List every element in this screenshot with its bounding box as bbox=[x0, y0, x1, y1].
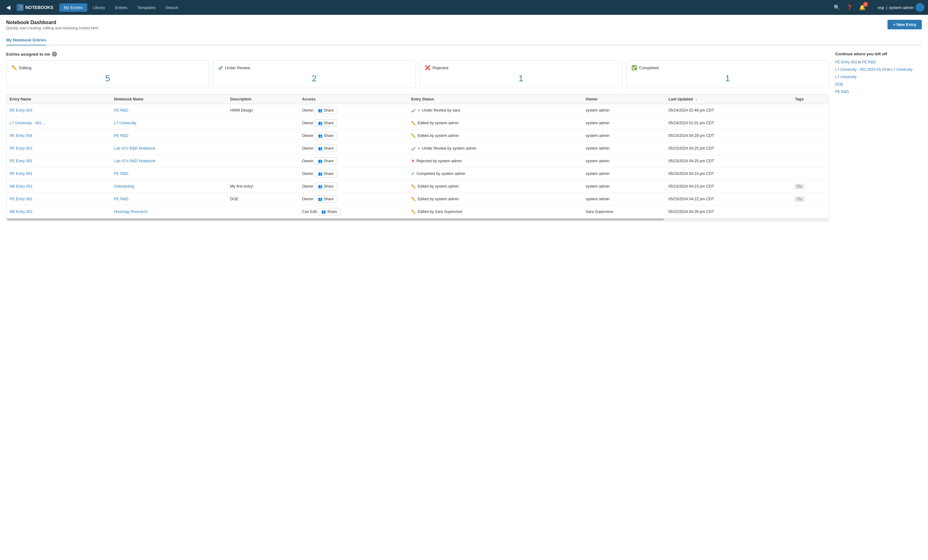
cell-owner: system admin bbox=[583, 104, 665, 117]
col-access: Access bbox=[299, 94, 408, 104]
status-text: Edited by Sara Supervisor bbox=[418, 210, 462, 214]
continue-notebook-link[interactable]: PE R&D bbox=[862, 60, 876, 64]
status-text: Edited by system admin bbox=[418, 121, 459, 125]
cell-access: Owner 👥 Share bbox=[299, 167, 408, 180]
col-notebook-name: Notebook Name bbox=[111, 94, 227, 104]
share-button[interactable]: 👥 Share bbox=[314, 183, 337, 190]
entry-name-link[interactable]: NB Entry 001 bbox=[9, 210, 32, 214]
cell-owner: system admin bbox=[583, 193, 665, 205]
notebook-name-link[interactable]: PE R&D bbox=[114, 172, 128, 176]
continue-entry-link[interactable]: PE R&D bbox=[835, 90, 849, 94]
entry-name-link[interactable]: PE Entry 002 bbox=[9, 146, 32, 151]
navbar: ◀ 📓 NOTEBOOKS My Entries Library Entries… bbox=[0, 0, 928, 15]
status-text: Edited by system admin bbox=[418, 184, 459, 189]
tab-my-notebook-entries[interactable]: My Notebook Entries bbox=[6, 35, 46, 46]
cell-description: My first entry! bbox=[227, 180, 299, 193]
cell-last-updated: 05/23/2024 04:25 pm CDT bbox=[665, 155, 792, 167]
status-card-rejected[interactable]: ❌ Rejected 1 bbox=[420, 60, 623, 88]
completed-count: 1 bbox=[631, 73, 824, 84]
entry-name-link[interactable]: PE Entry 003 bbox=[9, 108, 32, 113]
help-tooltip-icon[interactable]: ? bbox=[52, 52, 57, 56]
share-button[interactable]: 👥 Share bbox=[314, 145, 337, 152]
share-button[interactable]: 👥 Share bbox=[318, 208, 340, 215]
share-button[interactable]: 👥 Share bbox=[314, 170, 337, 177]
share-icon: 👥 bbox=[318, 172, 323, 176]
nav-right: 🔍 ❓ 🔔 2 | esp | system admin 👤 bbox=[832, 3, 924, 12]
section-label-text: Entries assigned to me bbox=[6, 52, 50, 56]
entry-name-link[interactable]: PE Entry 002 bbox=[9, 197, 32, 201]
user-name: system admin bbox=[889, 5, 914, 10]
notebook-name-link[interactable]: Lab #2's R&D Notebook bbox=[114, 159, 155, 163]
horizontal-scrollbar[interactable] bbox=[6, 218, 829, 221]
app-title: NOTEBOOKS bbox=[25, 5, 53, 10]
cell-entry-name: PE Entry 002 bbox=[6, 193, 111, 205]
continue-item: PE R&D bbox=[835, 89, 922, 94]
cell-status: ✏ Under Review by sara bbox=[408, 104, 583, 117]
cell-status: ✏️ Edited by system admin bbox=[408, 129, 583, 142]
cell-description bbox=[227, 155, 299, 167]
nav-templates[interactable]: Templates bbox=[133, 3, 160, 12]
continue-entry-link[interactable]: L7 University bbox=[835, 75, 856, 79]
notebook-name-link[interactable]: L7 University bbox=[114, 121, 136, 125]
entry-name-link[interactable]: L7 University - 001 ... bbox=[9, 121, 46, 125]
col-description: Description bbox=[227, 94, 299, 104]
status-cell: ✏ Under Review by sara bbox=[411, 108, 579, 113]
status-cell: ✏️ Edited by system admin bbox=[411, 134, 579, 138]
entry-name-link[interactable]: PE Entry 001 bbox=[9, 159, 32, 163]
share-icon: 👥 bbox=[318, 146, 323, 151]
nav-search[interactable]: Search bbox=[161, 3, 183, 12]
share-icon: 👥 bbox=[318, 184, 323, 189]
continue-entry-link[interactable]: DOE bbox=[835, 82, 843, 87]
rejected-icon: ❌ bbox=[425, 65, 430, 70]
cell-description: DOE bbox=[227, 193, 299, 205]
entry-name-link[interactable]: PE Entry 004 bbox=[9, 134, 32, 138]
cell-owner: system admin bbox=[583, 180, 665, 193]
cell-status: ✏ Under Review by system admin bbox=[408, 142, 583, 155]
notebook-name-link[interactable]: PE R&D bbox=[114, 108, 128, 113]
col-entry-name: Entry Name bbox=[6, 94, 111, 104]
share-button[interactable]: 👥 Share bbox=[314, 107, 337, 114]
status-card-completed[interactable]: ✅ Completed 1 bbox=[626, 60, 829, 88]
status-card-under-review[interactable]: Under Review 2 bbox=[213, 60, 416, 88]
col-last-updated[interactable]: Last Updated ↓ bbox=[665, 94, 792, 104]
notifications-button[interactable]: 🔔 2 bbox=[858, 3, 867, 12]
notebook-name-link[interactable]: PE R&D bbox=[114, 197, 128, 201]
search-icon-button[interactable]: 🔍 bbox=[832, 3, 841, 12]
share-button[interactable]: 👥 Share bbox=[314, 157, 337, 165]
continue-entry-link[interactable]: L7 University - 001 2024-05-24 bbox=[835, 67, 886, 72]
cell-tags: l7u bbox=[792, 180, 829, 193]
cell-tags bbox=[792, 167, 829, 180]
cell-description bbox=[227, 117, 299, 129]
continue-notebook-link[interactable]: L7 University bbox=[891, 67, 913, 72]
share-button[interactable]: 👥 Share bbox=[314, 132, 337, 139]
new-entry-button[interactable]: + New Entry bbox=[887, 20, 922, 29]
help-icon-button[interactable]: ❓ bbox=[845, 3, 854, 12]
nav-entries[interactable]: Entries bbox=[110, 3, 131, 12]
cell-owner: system admin bbox=[583, 142, 665, 155]
nav-my-entries[interactable]: My Entries bbox=[60, 3, 87, 12]
cell-status: ✏️ Edited by Sara Supervisor bbox=[408, 205, 583, 218]
notebook-name-link[interactable]: Onboarding bbox=[114, 184, 134, 189]
sort-arrow-last-updated: ↓ bbox=[695, 97, 697, 101]
user-menu[interactable]: esp | system admin 👤 bbox=[878, 3, 924, 12]
app-logo: 📓 NOTEBOOKS bbox=[14, 4, 56, 11]
back-button[interactable]: ◀ bbox=[4, 3, 13, 12]
nav-library[interactable]: Library bbox=[89, 3, 110, 12]
editing-icon: ✏️ bbox=[11, 65, 17, 70]
notebook-name-link[interactable]: Histology Research bbox=[114, 210, 147, 214]
continue-entry-link[interactable]: PE Entry 003 bbox=[835, 60, 857, 64]
notebook-name-link[interactable]: Lab #2's R&D Notebook bbox=[114, 146, 155, 151]
share-button[interactable]: 👥 Share bbox=[314, 195, 337, 203]
continue-item: L7 University - 001 2024-05-24 in L7 Uni… bbox=[835, 67, 922, 72]
status-card-editing[interactable]: ✏️ Editing 5 bbox=[6, 60, 209, 88]
entries-left-panel: Entries assigned to me ? ✏️ Editing 5 bbox=[6, 52, 829, 221]
svg-line-5 bbox=[413, 109, 415, 112]
cell-notebook-name: PE R&D bbox=[111, 167, 227, 180]
notebook-name-link[interactable]: PE R&D bbox=[114, 134, 128, 138]
cell-notebook-name: Lab #2's R&D Notebook bbox=[111, 155, 227, 167]
entry-name-link[interactable]: PE Entry 001 bbox=[9, 172, 32, 176]
cell-entry-name: PE Entry 002 bbox=[6, 142, 111, 155]
cell-access: Owner 👥 Share bbox=[299, 193, 408, 205]
entry-name-link[interactable]: NB Entry 001 bbox=[9, 184, 32, 189]
share-button[interactable]: 👥 Share bbox=[314, 119, 337, 127]
